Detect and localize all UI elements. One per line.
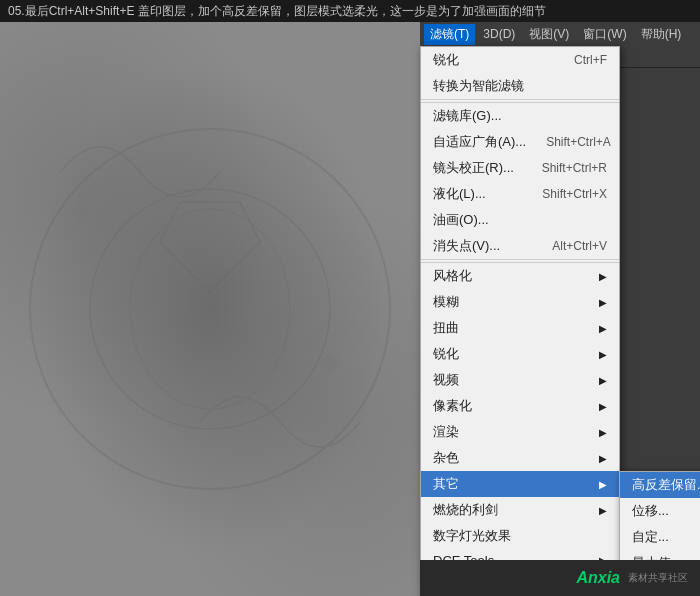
arrow-icon: ▶: [599, 375, 607, 386]
dropdown-liquify[interactable]: 液化(L)... Shift+Ctrl+X: [421, 181, 619, 207]
dropdown-blur[interactable]: 模糊 ▶: [421, 289, 619, 315]
dropdown-render[interactable]: 渲染 ▶: [421, 419, 619, 445]
menu-window[interactable]: 窗口(W): [577, 24, 632, 45]
dropdown-label: 燃烧的利剑: [433, 501, 498, 519]
arrow-icon: ▶: [599, 297, 607, 308]
dropdown-label: 自适应广角(A)...: [433, 133, 526, 151]
dropdown-label: 渲染: [433, 423, 459, 441]
dropdown-label: 杂色: [433, 449, 459, 467]
dropdown-label: 转换为智能滤镜: [433, 77, 524, 95]
dropdown-oil[interactable]: 油画(O)...: [421, 207, 619, 233]
filter-menu-bar: 滤镜(T) 3D(D) 视图(V) 窗口(W) 帮助(H): [420, 22, 700, 46]
dropdown-label: 扭曲: [433, 319, 459, 337]
shortcut: Ctrl+F: [574, 53, 607, 67]
dropdown-label: 锐化: [433, 51, 459, 69]
dropdown-burn[interactable]: 燃烧的利剑 ▶: [421, 497, 619, 523]
menu-3d[interactable]: 3D(D): [477, 25, 521, 43]
arrow-icon: ▶: [599, 401, 607, 412]
shortcut: Alt+Ctrl+V: [552, 239, 607, 253]
canvas-area: 30 anos: [0, 22, 420, 596]
dropdown-pixelate[interactable]: 像素化 ▶: [421, 393, 619, 419]
arrow-icon: ▶: [599, 479, 607, 490]
shortcut: Shift+Ctrl+R: [542, 161, 607, 175]
dropdown-noise[interactable]: 杂色 ▶: [421, 445, 619, 471]
dropdown-other[interactable]: 其它 ▶ 高反差保留... 位移... 自定... 最大值... 最小值...: [421, 471, 619, 497]
dropdown-label: 视频: [433, 371, 459, 389]
submenu-custom[interactable]: 自定...: [620, 524, 700, 550]
dropdown-label: 油画(O)...: [433, 211, 489, 229]
submenu-high-pass[interactable]: 高反差保留...: [620, 472, 700, 498]
dropdown-label: 镜头校正(R)...: [433, 159, 514, 177]
dropdown-label: 其它: [433, 475, 459, 493]
shortcut: Shift+Ctrl+A: [546, 135, 611, 149]
watermark-brand: Anxia: [576, 569, 620, 587]
dropdown-label: 像素化: [433, 397, 472, 415]
menu-help[interactable]: 帮助(H): [635, 24, 688, 45]
arrow-icon: ▶: [599, 271, 607, 282]
arrow-icon: ▶: [599, 323, 607, 334]
arrow-icon: ▶: [599, 505, 607, 516]
dropdown-distort[interactable]: 扭曲 ▶: [421, 315, 619, 341]
arrow-icon: ▶: [599, 453, 607, 464]
dropdown-label: 液化(L)...: [433, 185, 486, 203]
watermark-bar: Anxia 素材共享社区: [420, 560, 700, 596]
instruction-text: 05.最后Ctrl+Alt+Shift+E 盖印图层，加个高反差保留，图层模式选…: [8, 3, 546, 20]
dropdown-stylize[interactable]: 风格化 ▶: [421, 262, 619, 289]
dropdown-sharpen[interactable]: 锐化 ▶: [421, 341, 619, 367]
dropdown-digital-light[interactable]: 数字灯光效果: [421, 523, 619, 549]
dropdown-vanish[interactable]: 消失点(V)... Alt+Ctrl+V: [421, 233, 619, 260]
submenu-label: 位移...: [632, 503, 669, 518]
dropdown-label: 滤镜库(G)...: [433, 107, 502, 125]
canvas-texture: 30 anos: [0, 22, 420, 596]
svg-text:anos: anos: [160, 328, 290, 395]
dropdown-label: 消失点(V)...: [433, 237, 500, 255]
dropdown-convert[interactable]: 转换为智能滤镜: [421, 73, 619, 100]
menu-view[interactable]: 视图(V): [523, 24, 575, 45]
filter-dropdown: 锐化 Ctrl+F 转换为智能滤镜 滤镜库(G)... 自适应广角(A)... …: [420, 46, 620, 596]
menu-filter[interactable]: 滤镜(T): [424, 24, 475, 45]
arrow-icon: ▶: [599, 349, 607, 360]
submenu-label: 高反差保留...: [632, 477, 700, 492]
canvas-decoration: 30 anos: [0, 22, 420, 596]
dropdown-label: 锐化: [433, 345, 459, 363]
submenu-offset[interactable]: 位移...: [620, 498, 700, 524]
submenu-label: 自定...: [632, 529, 669, 544]
shortcut: Shift+Ctrl+X: [542, 187, 607, 201]
dropdown-lens[interactable]: 镜头校正(R)... Shift+Ctrl+R: [421, 155, 619, 181]
dropdown-sharpen-top[interactable]: 锐化 Ctrl+F: [421, 47, 619, 73]
watermark-tagline: 素材共享社区: [628, 571, 688, 585]
dropdown-label: 风格化: [433, 267, 472, 285]
dropdown-adaptive[interactable]: 自适应广角(A)... Shift+Ctrl+A: [421, 129, 619, 155]
dropdown-video[interactable]: 视频 ▶: [421, 367, 619, 393]
arrow-icon: ▶: [599, 427, 607, 438]
instruction-bar: 05.最后Ctrl+Alt+Shift+E 盖印图层，加个高反差保留，图层模式选…: [0, 0, 700, 22]
dropdown-filter-gallery[interactable]: 滤镜库(G)...: [421, 102, 619, 129]
dropdown-label: 模糊: [433, 293, 459, 311]
dropdown-label: 数字灯光效果: [433, 527, 511, 545]
